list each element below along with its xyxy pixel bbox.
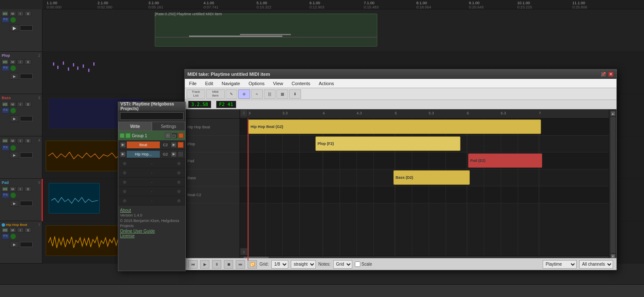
tool-midi-item[interactable]: MidiItem <box>206 89 225 99</box>
tool-piano[interactable]: ▦ <box>276 89 288 99</box>
track-7-io[interactable]: I/O <box>2 228 8 233</box>
track-4-i[interactable]: I <box>17 138 24 143</box>
online-guide-link[interactable]: Online User Guide <box>120 229 184 233</box>
tool-grid[interactable]: ||| <box>264 89 276 99</box>
straight-select[interactable]: straight <box>291 260 316 269</box>
track-1-m[interactable]: M <box>9 11 16 16</box>
tool-track-list[interactable]: TrackList <box>187 89 205 99</box>
tool-select[interactable]: ⊚ <box>238 89 250 99</box>
track-3-power[interactable] <box>10 108 16 114</box>
transport-rewind[interactable]: ⏮ <box>188 260 198 269</box>
track-7-fx[interactable]: FX <box>2 233 9 239</box>
menu-edit[interactable]: Edit <box>203 80 216 87</box>
playtime-select[interactable]: Playtime <box>543 260 577 269</box>
clip-hiphop-name[interactable]: Hip Hop... <box>127 151 160 158</box>
titlebar-close[interactable]: ✕ <box>608 71 614 77</box>
track-3-s[interactable]: S <box>25 102 31 107</box>
track-7-i[interactable]: I <box>17 228 24 233</box>
scale-checkbox[interactable] <box>355 261 360 267</box>
vsti-tab-write[interactable]: Write <box>118 122 152 131</box>
v-scroll-up[interactable]: ▲ <box>611 111 616 116</box>
grid-corner-top-left[interactable]: ⠿ <box>240 109 248 117</box>
track-2-play[interactable]: ▶ <box>10 73 19 80</box>
menu-navigate[interactable]: Navigate <box>219 80 243 87</box>
menu-actions[interactable]: Actions <box>316 80 337 87</box>
clip-hiphop-play[interactable]: ▶ <box>120 151 126 157</box>
note-hiphop-beat[interactable]: Hip Hop Beat (G2) <box>248 119 541 134</box>
track-3-m[interactable]: M <box>9 102 16 107</box>
clip-beat-name[interactable]: Beat <box>127 142 160 148</box>
transport-loop[interactable]: 🔁 <box>248 260 257 269</box>
group-toggle[interactable] <box>125 133 131 138</box>
note-pad[interactable]: Pad (E2) <box>468 153 542 168</box>
track-1-io[interactable]: I/O <box>2 11 8 16</box>
track-2-i[interactable]: I <box>17 59 24 64</box>
track-5-s[interactable]: S <box>25 186 31 192</box>
clip-beat-active[interactable] <box>178 142 184 148</box>
midi-grid[interactable]: 3 3.3 4 4.3 5 5.3 6 6.3 7 <box>240 109 616 261</box>
track-4-fx[interactable]: FX <box>2 145 9 151</box>
menu-view[interactable]: View <box>270 80 286 87</box>
clip-beat-play2[interactable]: ▶ <box>171 142 177 148</box>
transport-pause[interactable]: ⏸ <box>212 260 221 269</box>
grid-corner-bottom-left[interactable]: ⠿ <box>240 248 248 255</box>
track-2-fx[interactable]: FX <box>2 65 9 71</box>
transport-forward[interactable]: ⏭ <box>236 260 245 269</box>
track-1-power[interactable] <box>10 17 16 23</box>
menu-options[interactable]: Options <box>246 80 267 87</box>
note-bass[interactable]: Bass (D2) <box>393 170 470 185</box>
track-4-power[interactable] <box>10 145 16 151</box>
note-plop[interactable]: Plop (F2) <box>315 136 460 151</box>
transport-stop[interactable]: ⏹ <box>224 260 233 269</box>
notes-select[interactable]: Grid <box>333 260 352 269</box>
track-2-power[interactable] <box>10 65 16 71</box>
track-3-play[interactable]: ▶ <box>10 115 19 122</box>
track-5-fx[interactable]: FX <box>2 192 9 198</box>
transport-play[interactable]: ▶ <box>200 260 209 269</box>
clip-hiphop-inactive[interactable] <box>178 151 184 157</box>
group-record[interactable] <box>178 133 184 138</box>
license-link[interactable]: License <box>120 233 184 238</box>
v-scrollbar[interactable]: ▲ ▼ <box>609 109 616 261</box>
tool-erase[interactable]: ≈ <box>251 89 263 99</box>
track-1-fx[interactable]: FX <box>2 17 9 23</box>
track-5-power[interactable] <box>10 192 16 198</box>
track-7-s[interactable]: S <box>25 228 31 233</box>
track-4-io[interactable]: I/O <box>2 138 8 143</box>
about-link[interactable]: About <box>120 208 184 213</box>
track-5-play[interactable]: ▶ <box>10 200 19 207</box>
track-5-region[interactable] <box>49 183 100 214</box>
group-add[interactable]: □ <box>172 133 177 138</box>
v-scroll-thumb[interactable] <box>611 117 616 253</box>
grid-value-select[interactable]: 1/8 <box>271 260 288 269</box>
track-5-m[interactable]: M <box>9 186 16 192</box>
channels-select[interactable]: All channels <box>579 260 613 269</box>
track-4-m[interactable]: M <box>9 138 16 143</box>
track-7-m[interactable]: M <box>9 228 16 233</box>
vsti-tab-settings[interactable]: Settings <box>152 122 185 131</box>
track-1-s[interactable]: S <box>25 11 31 16</box>
titlebar-pin[interactable]: 📌 <box>600 71 606 77</box>
track-7-power[interactable] <box>10 233 16 239</box>
track-5-io[interactable]: I/O <box>2 186 8 192</box>
track-2-s[interactable]: S <box>25 59 31 64</box>
track-3-io[interactable]: I/O <box>2 102 8 107</box>
track-4-s[interactable]: S <box>25 138 31 143</box>
track-1-i2[interactable]: I <box>17 11 24 16</box>
track-4-play[interactable]: ▶ <box>10 152 19 158</box>
track-5-i[interactable]: I <box>17 186 24 192</box>
track-2-io[interactable]: I/O <box>2 59 8 64</box>
track-1-play[interactable]: ▶ <box>10 25 19 31</box>
track-3-fx[interactable]: FX <box>2 108 9 114</box>
track-1-region[interactable] <box>155 14 377 47</box>
menu-file[interactable]: File <box>187 80 199 87</box>
clip-beat-play[interactable]: ▶ <box>120 142 126 148</box>
vsti-search[interactable] <box>120 112 184 120</box>
track-2-m[interactable]: M <box>9 59 16 64</box>
clip-hiphop-play2[interactable]: ▶ <box>171 151 177 157</box>
menu-contents[interactable]: Contents <box>289 80 313 87</box>
tool-pencil[interactable]: ✎ <box>226 89 237 99</box>
track-7-play[interactable]: ▶ <box>10 241 19 248</box>
tool-export[interactable]: ⬇ <box>289 89 301 99</box>
track-3-i[interactable]: I <box>17 102 24 107</box>
